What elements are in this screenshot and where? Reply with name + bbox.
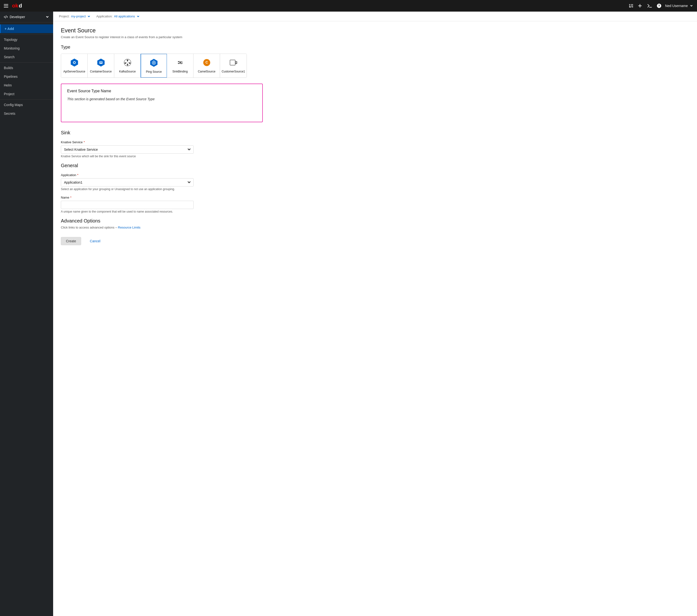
event-source-type-section: Event Source Type Name This section is g…	[61, 84, 263, 122]
svg-point-21	[179, 62, 181, 63]
content-area: Project: my-project Application: All app…	[53, 12, 697, 616]
sidebar-item-pipelines[interactable]: Pipelines	[0, 72, 53, 81]
name-group: Name * A unique name given to the compon…	[61, 196, 263, 213]
general-section-title: General	[61, 163, 263, 168]
application-label: Application *	[61, 173, 263, 177]
application-select[interactable]: Application1	[61, 178, 194, 187]
application-group: Application * Application1 Select an app…	[61, 173, 263, 191]
sink-binding-icon	[175, 58, 185, 68]
sidebar-item-builds[interactable]: Builds	[0, 63, 53, 72]
application-helper: Select an application for your grouping …	[61, 188, 263, 191]
sub-header: Project: my-project Application: All app…	[53, 12, 697, 21]
event-source-type-placeholder: This section is generated based on the E…	[67, 97, 256, 101]
add-icon[interactable]	[638, 4, 642, 8]
svg-point-9	[127, 64, 128, 65]
type-card-api-server-source[interactable]: ApiServerSource	[61, 54, 88, 77]
sidebar-item-search[interactable]: Search	[0, 53, 53, 61]
svg-rect-6	[101, 62, 102, 63]
type-card-customer-source1[interactable]: CustomerSource1	[220, 54, 247, 77]
name-input[interactable]	[61, 201, 194, 209]
sink-section-title: Sink	[61, 130, 263, 135]
type-card-camel-source[interactable]: C CamelSource	[193, 54, 220, 77]
svg-point-24	[178, 63, 179, 64]
page-title: Event Source	[61, 27, 263, 34]
help-icon[interactable]	[657, 4, 661, 8]
create-button[interactable]: Create	[61, 237, 81, 245]
type-card-kafka-source[interactable]: KafkaSource	[114, 54, 141, 77]
knative-service-label: Knative Service *	[61, 140, 263, 144]
sidebar-item-monitoring[interactable]: Monitoring	[0, 44, 53, 53]
sidebar-role[interactable]: Developer	[0, 12, 53, 23]
svg-point-2	[74, 62, 75, 63]
action-buttons: Create Cancel	[61, 237, 263, 253]
sidebar: Developer + Add Topology Monitoring Sear…	[0, 12, 53, 616]
type-card-container-source[interactable]: ContainerSource	[88, 54, 114, 77]
top-nav: ok d Ned Username	[0, 0, 697, 12]
sidebar-item-secrets[interactable]: Secrets	[0, 109, 53, 118]
sidebar-role-label: Developer	[10, 15, 25, 19]
svg-rect-5	[100, 62, 101, 63]
grid-icon[interactable]	[629, 4, 633, 8]
sidebar-item-helm[interactable]: Helm	[0, 81, 53, 90]
container-source-icon	[96, 58, 106, 68]
svg-rect-28	[230, 60, 235, 65]
application-selector[interactable]: Application: All applications	[97, 14, 140, 18]
page-subtitle: Create an Event Source to register inter…	[61, 35, 263, 39]
svg-point-23	[178, 61, 179, 62]
type-card-ping-source[interactable]: Ping Source	[140, 54, 167, 78]
knative-service-group: Knative Service * Select Knative Service…	[61, 140, 263, 158]
customer-source1-icon	[228, 58, 238, 68]
sidebar-item-config-maps[interactable]: Config Maps	[0, 101, 53, 109]
sidebar-item-project[interactable]: Project	[0, 90, 53, 98]
type-card-sink-binding[interactable]: SinkBinding	[167, 54, 193, 77]
api-server-source-icon	[70, 58, 79, 68]
advanced-options-title: Advanced Options	[61, 218, 263, 224]
svg-point-19	[153, 62, 154, 63]
resource-limits-link[interactable]: Resource Limits	[118, 225, 140, 229]
terminal-icon[interactable]	[647, 3, 652, 8]
svg-rect-4	[99, 61, 102, 64]
ping-source-icon	[149, 58, 159, 68]
name-helper: A unique name given to the component tha…	[61, 210, 263, 213]
svg-line-15	[128, 63, 129, 63]
camel-source-icon: C	[202, 58, 211, 68]
name-label: Name *	[61, 196, 263, 199]
okd-logo: ok d	[12, 3, 22, 9]
hamburger-icon[interactable]	[4, 4, 8, 8]
nav-icons	[629, 3, 661, 8]
advanced-options-text: Click links to access advanced options –…	[61, 225, 263, 229]
project-selector[interactable]: Project: my-project	[59, 14, 91, 18]
svg-line-14	[126, 63, 127, 63]
svg-text:C: C	[205, 60, 208, 64]
event-source-type-title: Event Source Type Name	[67, 89, 256, 93]
svg-point-8	[127, 60, 128, 61]
cancel-button[interactable]: Cancel	[85, 237, 105, 245]
name-required-indicator: *	[70, 196, 72, 199]
required-indicator: *	[84, 140, 85, 144]
svg-point-22	[181, 62, 182, 62]
user-name-label: Ned Username	[665, 4, 688, 8]
application-required-indicator: *	[77, 173, 78, 177]
user-menu[interactable]: Ned Username	[665, 4, 693, 8]
type-section-title: Type	[61, 45, 263, 50]
type-cards: ApiServerSource ContainerSource	[61, 54, 247, 78]
page-content: Event Source Create an Event Source to r…	[53, 21, 270, 259]
svg-point-25	[181, 63, 182, 64]
knative-service-helper: Knative Service which will be the sink f…	[61, 155, 263, 158]
svg-point-10	[124, 62, 126, 64]
sidebar-item-add[interactable]: + Add	[0, 25, 53, 33]
sidebar-item-topology[interactable]: Topology	[0, 35, 53, 44]
svg-point-11	[129, 62, 130, 64]
knative-service-select[interactable]: Select Knative Service	[61, 145, 194, 153]
kafka-source-icon	[123, 58, 132, 68]
